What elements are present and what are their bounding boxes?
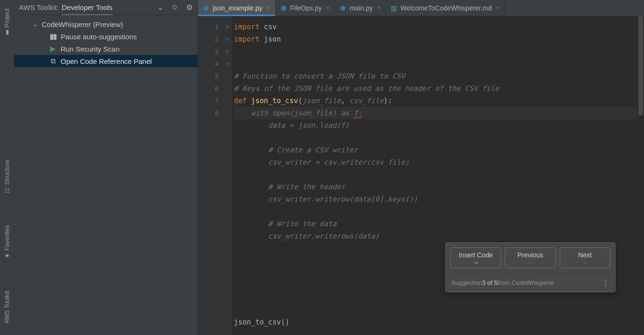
code-token: csv_file [349, 97, 384, 105]
python-icon: ⬢ [280, 5, 287, 11]
editor-tabs: ⬢ json_example.py × ⬢ FileOps.py × ⬢ mai… [198, 0, 644, 16]
tree-item-label: Run Security Scan [61, 45, 119, 53]
code-suggestion: as [341, 109, 354, 117]
line-number: 1 [198, 21, 219, 33]
code-token: ): [384, 97, 392, 105]
chevron-down-icon: ⌄ [32, 20, 38, 28]
gear-icon[interactable]: ⚙ [186, 3, 193, 12]
folder-icon: ▮ [4, 30, 10, 36]
tree-root-label: CodeWhisperer (Preview) [42, 20, 123, 28]
rail-project-label: Project [3, 9, 10, 27]
rail-favorites[interactable]: ★ Favorites [3, 222, 10, 262]
star-icon: ★ [4, 253, 10, 260]
code-token: json_file [303, 97, 341, 105]
left-rail: ▮ Project ☷ Structure ★ Favorites AWS To… [0, 0, 14, 335]
structure-icon: ☷ [4, 187, 10, 194]
sidebar-subtitle[interactable]: Developer Tools [62, 3, 112, 15]
scrollbar[interactable] [637, 16, 644, 335]
tab-label: main.py [349, 4, 373, 12]
tree-item-pause[interactable]: ▮▮ Pause auto-suggestions [14, 30, 197, 43]
tab-welcome-md[interactable]: ▥ WelcomeToCodeWhisperer.md × [386, 0, 505, 16]
line-number: 6 [198, 82, 219, 95]
smiley-icon[interactable]: ☺ [171, 3, 179, 12]
rail-structure[interactable]: ☷ Structure [3, 157, 10, 197]
button-label: Previous [518, 251, 543, 259]
fold-gutter: ⊟⊟⊟⊟ [223, 16, 232, 335]
python-icon: ⬢ [203, 5, 209, 11]
code-token: csv [259, 23, 277, 31]
tab-label: WelcomeToCodeWhisperer.md [401, 4, 492, 12]
rail-project[interactable]: ▮ Project [3, 6, 10, 39]
code-suggestion: # Write the header [234, 183, 345, 191]
sidebar: AWS Toolkit: Developer Tools ⌄ ☺ ⚙ ⌄ Cod… [14, 0, 198, 335]
button-label: Next [578, 251, 592, 259]
markdown-icon: ▥ [391, 5, 397, 11]
reference-icon: ⧉ [49, 57, 57, 65]
code-token: import [234, 23, 259, 31]
python-icon: ⬢ [340, 5, 346, 11]
code-token: ( [298, 97, 302, 105]
code-suggestion: data = json.load(f) [234, 121, 349, 130]
code-comment: # Function to convert a JSON file to CSV [234, 72, 405, 80]
tab-icon: ⇥ [453, 259, 499, 266]
insert-code-button[interactable]: Insert Code ⇥ [450, 247, 501, 268]
button-label: Insert Code [458, 251, 492, 259]
line-number: 3 [198, 45, 219, 58]
code-token: json [259, 35, 281, 44]
code-suggestion: csv_writer = csv.writer(csv_file) [234, 158, 409, 167]
tree-item-security-scan[interactable]: ▶ Run Security Scan [14, 43, 197, 55]
tree-item-label: Open Code Reference Panel [61, 57, 152, 65]
line-number: 8 [198, 107, 219, 119]
tab-fileops[interactable]: ⬢ FileOps.py × [276, 0, 335, 16]
tree-root[interactable]: ⌄ CodeWhisperer (Preview) [14, 18, 197, 30]
code-suggestion: csv_writer.writerows(data) [234, 232, 379, 240]
line-number: 7 [198, 95, 219, 107]
code-suggestion: csv_writer.writerow(data[0].keys()) [234, 195, 418, 203]
code-token: json_to_csv() [234, 318, 289, 326]
close-icon[interactable]: × [267, 4, 270, 11]
arrow-right-icon: → [562, 259, 608, 266]
sidebar-tree: ⌄ CodeWhisperer (Preview) ▮▮ Pause auto-… [14, 15, 197, 70]
tab-main[interactable]: ⬢ main.py × [335, 0, 386, 16]
editor-area: ⬢ json_example.py × ⬢ FileOps.py × ⬢ mai… [198, 0, 644, 335]
play-icon: ▶ [49, 44, 57, 53]
scrollbar-thumb[interactable] [638, 16, 643, 115]
next-button[interactable]: Next → [560, 247, 610, 268]
code-suggestion: f: [354, 109, 362, 117]
rail-aws-label: AWS Toolkit [3, 291, 10, 324]
line-number: 2 [198, 33, 219, 45]
code-suggestion: with [234, 109, 272, 117]
code-token: import [234, 35, 259, 44]
status-text: Suggestion [451, 279, 482, 286]
close-icon[interactable]: × [496, 4, 500, 11]
close-icon[interactable]: × [326, 4, 330, 11]
status-text: from CodeWhisperer [498, 279, 555, 286]
tree-item-code-reference[interactable]: ⧉ Open Code Reference Panel [14, 55, 197, 67]
tab-label: FileOps.py [290, 4, 322, 12]
more-icon[interactable]: ⋮ [602, 278, 609, 287]
close-icon[interactable]: × [377, 4, 381, 11]
gutter: 1 2 3 4 5 6 7 8 [198, 16, 223, 335]
code-suggestion: # Create a CSV writer [234, 146, 358, 154]
code-suggestion: # Write the data [234, 220, 337, 228]
line-number: 4 [198, 58, 219, 70]
rail-aws-toolkit[interactable]: AWS Toolkit [3, 288, 10, 326]
pause-icon: ▮▮ [49, 32, 57, 41]
code-token: , [341, 97, 349, 105]
code-token: json_to_csv [251, 97, 298, 105]
rail-structure-label: Structure [3, 160, 10, 185]
tab-label: json_example.py [213, 4, 262, 12]
code-comment: # Keys of the JSON file are used as the … [234, 84, 499, 93]
rail-favorites-label: Favorites [3, 225, 10, 250]
status-count: 3 of 5 [482, 279, 498, 286]
tab-json-example[interactable]: ⬢ json_example.py × [198, 0, 276, 16]
code-token: def [234, 97, 251, 105]
tree-item-label: Pause auto-suggestions [61, 33, 137, 41]
line-number: 5 [198, 70, 219, 82]
code-suggestion: open(json_file) [272, 109, 341, 117]
chevron-down-icon[interactable]: ⌄ [157, 3, 163, 12]
suggestion-status: Suggestion 3 of 5 from CodeWhisperer ⋮ [446, 273, 615, 292]
previous-button[interactable]: Previous ← [505, 247, 555, 268]
suggestion-popup: Insert Code ⇥ Previous ← Next → Suggesti… [445, 242, 616, 292]
arrow-left-icon: ← [507, 259, 553, 266]
